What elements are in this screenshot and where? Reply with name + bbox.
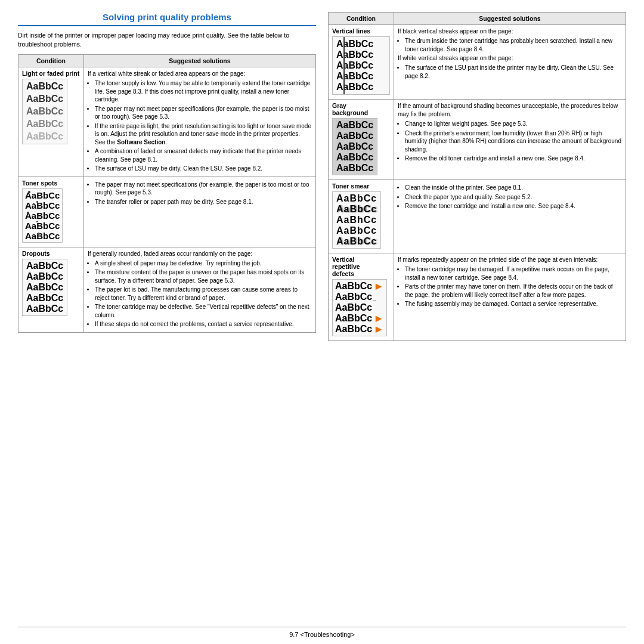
right-column: Condition Suggested solutions Vertical l…: [328, 12, 626, 622]
right-table: Condition Suggested solutions Vertical l…: [328, 12, 626, 341]
table-row: Toner spots ​AaBbCc AaBbCc: [18, 177, 316, 247]
left-column: Solving print quality problems Dirt insi…: [18, 12, 316, 622]
solution-dropouts: If generally rounded, faded areas occur …: [84, 247, 316, 332]
table-row: Verticalrepetitivedefects AaBbCc ► AaBbC…: [329, 253, 626, 341]
condition-toner-spots: Toner spots ​AaBbCc AaBbCc: [18, 177, 84, 247]
condition-dropouts: Dropouts AaBbCc AaBbCc AaBbCc AaBbCc AaB…: [18, 247, 84, 332]
solution-vertical-lines: If black vertical streaks appear on the …: [394, 25, 626, 100]
right-col-solutions: Suggested solutions: [394, 13, 626, 25]
solution-light-faded: If a vertical white streak or faded area…: [84, 67, 316, 177]
sample-gray: AaBbCc AaBbCc AaBbCc AaBbCc AaBbCc: [332, 118, 377, 175]
sample-light-faded: AaBbCc AaBbCc AaBbCc AaBbCc AaBbCc: [22, 79, 67, 144]
sample-toner-spots: ​AaBbCc AaBbCc AaB: [22, 188, 63, 243]
arrow-mark-1: ►: [373, 281, 384, 292]
table-row: Graybackground AaBbCc AaBbCc AaBbCc AaBb…: [329, 100, 626, 180]
solution-toner-spots: The paper may not meet specifications (f…: [84, 177, 316, 247]
intro-text: Dirt inside of the printer or improper p…: [18, 31, 316, 48]
solution-toner-smear: Clean the inside of the printer. See pag…: [394, 180, 626, 253]
solution-gray-background: If the amount of background shading beco…: [394, 100, 626, 180]
arrow-mark-2: ►: [373, 313, 384, 324]
condition-light-faded: Light or faded print AaBbCc AaBbCc AaBbC…: [18, 67, 84, 177]
table-row: Dropouts AaBbCc AaBbCc AaBbCc AaBbCc AaB…: [18, 247, 316, 332]
table-row: Vertical lines AaBbCc AaBbCc AaBbCc AaBb…: [329, 25, 626, 100]
left-table: Condition Suggested solutions Light or f…: [18, 54, 316, 333]
left-col-condition: Condition: [18, 55, 84, 67]
solution-vertical-rep: If marks repeatedly appear on the printe…: [394, 253, 626, 341]
condition-toner-smear: Toner smear AaBbCc AaBbCc AaBhCc AaBbCc …: [329, 180, 394, 253]
sample-repetitive: AaBbCc ► AaBbCc _ AaBbCc: [332, 279, 387, 336]
condition-vertical-rep: Verticalrepetitivedefects AaBbCc ► AaBbC…: [329, 253, 394, 341]
content-area: Solving print quality problems Dirt insi…: [18, 12, 626, 622]
left-col-solutions: Suggested solutions: [84, 55, 316, 67]
sample-dropouts: AaBbCc AaBbCc AaBbCc AaBbCc AaBbCc: [22, 259, 67, 316]
right-col-condition: Condition: [329, 13, 394, 25]
condition-gray-background: Graybackground AaBbCc AaBbCc AaBbCc AaBb…: [329, 100, 394, 180]
footer: 9.7 <Troubleshooting>: [18, 627, 626, 638]
arrow-mark-3: ►: [373, 324, 384, 335]
page-title: Solving print quality problems: [18, 12, 316, 26]
sample-vertical-lines: AaBbCc AaBbCc AaBbCc AaBbCc AaBbCc: [332, 36, 390, 95]
condition-vertical-lines: Vertical lines AaBbCc AaBbCc AaBbCc AaBb…: [329, 25, 394, 100]
page: Solving print quality problems Dirt insi…: [0, 0, 644, 644]
table-row: Toner smear AaBbCc AaBbCc AaBhCc AaBbCc …: [329, 180, 626, 253]
sample-toner-smear: AaBbCc AaBbCc AaBhCc AaBbCc AaBbCc: [332, 191, 381, 249]
table-row: Light or faded print AaBbCc AaBbCc AaBbC…: [18, 67, 316, 177]
